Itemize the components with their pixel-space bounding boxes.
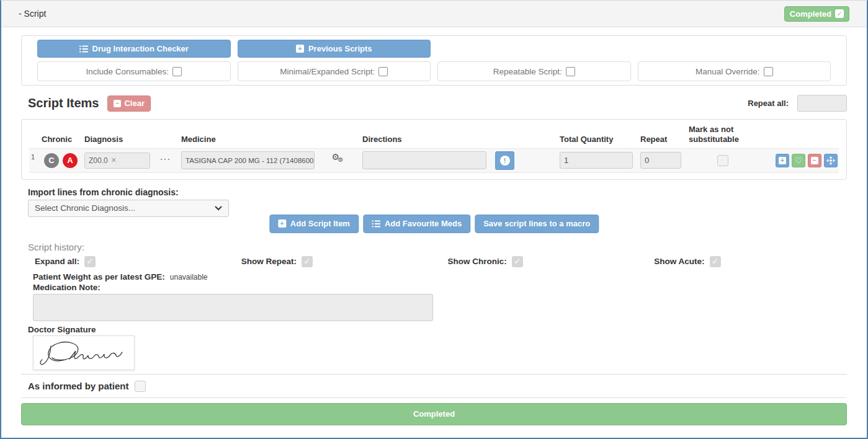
acute-badge[interactable]: A (63, 153, 78, 168)
diagnosis-input[interactable]: Z00.0 ✕ (84, 153, 150, 169)
repeat-all-label: Repeat all: (748, 99, 789, 108)
completed-button[interactable]: Completed (21, 403, 847, 425)
previous-scripts-label: Previous Scripts (308, 44, 372, 53)
manual-override-label: Manual Override: (696, 67, 760, 76)
filter-expand-all: Expand all: ✓ (21, 256, 228, 267)
clear-button[interactable]: − Clear (107, 95, 151, 112)
medication-note-input[interactable] (33, 294, 433, 321)
expand-all-checkbox[interactable]: ✓ (84, 256, 96, 267)
col-header-repeat: Repeat (640, 135, 681, 144)
col-header-chronic: Chronic (42, 135, 84, 144)
table-row: 1 C A Z00.0 ✕ ··· TASIGNA CAP 200 MG - 1… (29, 148, 839, 173)
add-favourite-meds-label: Add Favourite Meds (385, 219, 462, 228)
move-line-button[interactable] (824, 154, 838, 167)
plus-square-icon: + (296, 45, 304, 53)
heart-icon: ♡ (795, 156, 803, 165)
row-index: 1 (29, 151, 42, 161)
filter-show-repeat: Show Repeat: ✓ (228, 256, 434, 267)
ellipsis-button[interactable]: ··· (160, 154, 171, 166)
row-actions: + ♡ − (776, 154, 839, 167)
directions-input[interactable] (362, 151, 486, 169)
expand-all-label: Expand all: (35, 257, 79, 266)
status-badge-label: Completed (790, 9, 831, 19)
medicine-input[interactable]: TASIGNA CAP 200 MG - 112 (714086001) (181, 151, 315, 169)
script-panel: - Script Completed ✓ Drug Interaction Ch… (0, 0, 868, 439)
script-items-title: Script Items (28, 96, 99, 110)
minus-square-icon: − (114, 100, 121, 107)
minus-square-icon: − (811, 157, 818, 164)
status-badge: Completed ✓ (784, 6, 849, 22)
minimal-expanded-script-checkbox[interactable]: Minimal/Expanded Script: (238, 61, 431, 81)
repeatable-script-label: Repeatable Script: (493, 67, 562, 76)
col-header-total-quantity: Total Quantity (560, 135, 633, 144)
include-consumables-checkbox[interactable]: Include Consumables: (37, 61, 231, 81)
manual-override-checkbox[interactable]: Manual Override: (638, 61, 831, 81)
chronic-diagnosis-select[interactable]: Select Chronic Diagnosis... (28, 200, 229, 217)
script-history-heading: Script history: (21, 242, 847, 252)
patient-weight-label: Patient Weight as per latest GPE: (33, 272, 165, 282)
script-action-buttons: + Add Script Item Add Favourite Meds Sav… (269, 215, 599, 233)
total-quantity-input[interactable] (560, 152, 633, 169)
drug-interaction-checker-button[interactable]: Drug Interaction Checker (37, 40, 231, 58)
save-macro-button[interactable]: Save script lines to a macro (475, 215, 599, 233)
footer: Completed (21, 398, 847, 425)
show-acute-checkbox[interactable]: ✓ (710, 256, 721, 267)
medication-note-label: Medication Note: (21, 283, 847, 292)
patient-weight-row: Patient Weight as per latest GPE: unavai… (21, 272, 847, 282)
show-repeat-checkbox[interactable]: ✓ (302, 256, 313, 267)
add-favourite-meds-button[interactable]: Add Favourite Meds (363, 215, 470, 233)
doctor-signature-image (37, 339, 130, 367)
add-script-item-button[interactable]: + Add Script Item (269, 215, 359, 233)
col-header-medicine: Medicine (181, 135, 315, 144)
filter-show-chronic: Show Chronic: ✓ (434, 256, 641, 267)
topbox-spacer (437, 40, 631, 58)
exclamation-circle-icon: ! (500, 156, 510, 166)
previous-scripts-button[interactable]: + Previous Scripts (238, 40, 431, 58)
gears-icon[interactable]: ⚙⚙ (332, 154, 346, 167)
import-label: Import lines from chronic diagnosis: (28, 187, 847, 197)
favourite-button[interactable]: ♡ (792, 154, 805, 167)
chronic-diagnosis-select-value: Select Chronic Diagnosis... (35, 203, 135, 213)
chronic-badge[interactable]: C (44, 153, 59, 168)
diagnosis-tag: Z00.0 (89, 156, 108, 165)
minimal-expanded-script-label: Minimal/Expanded Script: (280, 67, 375, 76)
save-macro-label: Save script lines to a macro (483, 219, 590, 228)
move-arrows-icon (826, 156, 835, 165)
chevron-down-icon (215, 206, 222, 211)
remove-tag-icon[interactable]: ✕ (111, 156, 117, 164)
panel-header: - Script Completed ✓ (1, 1, 867, 27)
patient-weight-value: unavailable (170, 273, 208, 282)
checked-checkbox-icon: ✓ (835, 9, 844, 18)
add-script-item-label: Add Script Item (290, 219, 350, 228)
as-informed-row: As informed by patient (21, 374, 847, 398)
unchecked-checkbox-icon (378, 67, 388, 76)
add-line-button[interactable]: + (776, 154, 789, 167)
col-header-diagnosis: Diagnosis (84, 135, 150, 144)
topbox-spacer (638, 40, 831, 58)
filter-show-acute: Show Acute: ✓ (640, 256, 847, 267)
list-icon (372, 220, 380, 228)
history-filters: Expand all: ✓ Show Repeat: ✓ Show Chroni… (21, 256, 847, 267)
clear-button-label: Clear (124, 99, 145, 108)
table-header-row: Chronic Diagnosis Medicine Directions To… (29, 125, 839, 148)
show-acute-label: Show Acute: (654, 257, 704, 266)
remove-line-button[interactable]: − (808, 154, 821, 167)
repeatable-script-checkbox[interactable]: Repeatable Script: (437, 61, 631, 81)
repeat-input[interactable] (640, 152, 681, 169)
doctor-signature-box[interactable] (33, 335, 135, 370)
show-chronic-checkbox[interactable]: ✓ (512, 256, 523, 267)
plus-square-icon: + (278, 220, 286, 228)
include-consumables-label: Include Consumables: (86, 67, 169, 76)
unchecked-checkbox-icon (566, 67, 575, 76)
as-informed-label: As informed by patient (28, 381, 129, 391)
show-chronic-label: Show Chronic: (448, 257, 507, 266)
script-options-box: Drug Interaction Checker + Previous Scri… (21, 35, 847, 86)
as-informed-checkbox[interactable] (135, 381, 146, 392)
repeat-all-input[interactable] (797, 95, 847, 112)
doctor-signature-label: Doctor Signature (21, 325, 847, 334)
not-substitutable-checkbox[interactable] (717, 155, 728, 166)
panel-title[interactable]: - Script (19, 9, 46, 19)
directions-info-button[interactable]: ! (495, 151, 514, 170)
drug-interaction-checker-label: Drug Interaction Checker (92, 44, 189, 53)
import-section: Import lines from chronic diagnosis: Sel… (21, 187, 847, 233)
